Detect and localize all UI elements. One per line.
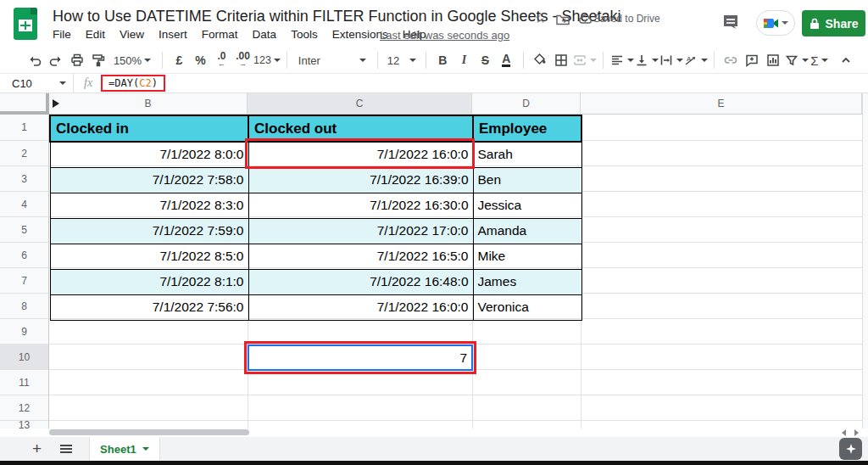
create-filter-button[interactable] xyxy=(784,49,809,71)
vertical-align-button[interactable] xyxy=(634,49,659,71)
cell-B8[interactable]: 7/1/2022 7:56:0 xyxy=(50,294,248,320)
italic-button[interactable]: I xyxy=(453,49,475,71)
column-header-C[interactable]: C xyxy=(248,93,472,115)
menu-tools[interactable]: Tools xyxy=(291,28,318,41)
cell-D2[interactable]: Sarah xyxy=(473,142,581,167)
star-icon[interactable]: ☆ xyxy=(534,9,547,27)
cell-B4[interactable]: 7/1/2022 8:3:0 xyxy=(50,193,248,218)
select-all-corner[interactable] xyxy=(0,93,49,115)
show-all-comments-icon[interactable] xyxy=(721,13,740,31)
merge-cells-button[interactable] xyxy=(572,49,597,71)
column-header-B[interactable]: B xyxy=(49,93,248,115)
paint-format-button[interactable] xyxy=(87,49,108,71)
add-sheet-button[interactable]: + xyxy=(32,441,42,457)
text-wrap-button[interactable] xyxy=(659,49,683,71)
cell-C4[interactable]: 7/1/2022 16:30:0 xyxy=(248,193,473,218)
decrease-decimal-button[interactable]: .0← xyxy=(211,49,232,71)
row-header-4[interactable]: 4 xyxy=(0,192,49,217)
cell-D4[interactable]: Jessica xyxy=(473,193,581,218)
cell-B5[interactable]: 7/1/2022 7:59:0 xyxy=(50,218,248,244)
text-color-button[interactable]: A xyxy=(496,49,517,71)
fill-color-button[interactable] xyxy=(530,49,551,71)
row-header-12[interactable]: 12 xyxy=(0,395,49,421)
row-header-11[interactable]: 11 xyxy=(0,370,49,395)
menu-format[interactable]: Format xyxy=(202,28,238,41)
explore-button[interactable] xyxy=(839,438,862,460)
move-to-folder-icon[interactable] xyxy=(555,12,570,27)
hidden-column-expand-icon[interactable] xyxy=(53,99,59,108)
cell-C1[interactable]: Clocked out xyxy=(248,115,473,142)
row-header-9[interactable]: 9 xyxy=(0,319,49,345)
row-header-1[interactable]: 1 xyxy=(0,115,49,141)
hide-toolbar-button[interactable] xyxy=(835,49,856,71)
bold-button[interactable]: B xyxy=(432,49,453,71)
horizontal-scrollbar[interactable] xyxy=(0,429,868,437)
increase-decimal-button[interactable]: .00→ xyxy=(232,49,253,71)
cell-B3[interactable]: 7/1/2022 7:58:0 xyxy=(50,167,248,193)
row-header-7[interactable]: 7 xyxy=(0,268,49,294)
cell-B7[interactable]: 7/1/2022 8:1:0 xyxy=(50,269,248,294)
font-size-select[interactable]: 12 xyxy=(384,49,420,71)
font-select[interactable]: Inter xyxy=(293,49,371,71)
menu-insert[interactable]: Insert xyxy=(159,28,187,41)
undo-button[interactable] xyxy=(24,49,45,71)
row-header-2[interactable]: 2 xyxy=(0,141,49,166)
insert-link-button[interactable] xyxy=(721,49,742,71)
borders-button[interactable] xyxy=(551,49,572,71)
cell-D1[interactable]: Employee xyxy=(473,115,581,142)
sheet-tab-caret[interactable] xyxy=(142,447,149,451)
text-rotation-button[interactable]: A xyxy=(683,49,708,71)
format-currency-button[interactable]: £ xyxy=(169,49,190,71)
cell-C5[interactable]: 7/1/2022 17:0:0 xyxy=(248,218,473,244)
sheet-tab-sheet1[interactable]: Sheet1 xyxy=(89,437,160,461)
zoom-select[interactable]: 150% xyxy=(108,49,156,71)
cell-B6[interactable]: 7/1/2022 8:5:0 xyxy=(50,244,248,269)
cell-C6[interactable]: 7/1/2022 16:5:0 xyxy=(248,244,473,269)
row-header-5[interactable]: 5 xyxy=(0,217,49,243)
cell-C7[interactable]: 7/1/2022 16:48:0 xyxy=(248,269,473,294)
google-sheets-logo-icon[interactable] xyxy=(14,8,37,40)
last-edit-link[interactable]: Last edit was seconds ago xyxy=(380,29,509,42)
column-header-E[interactable]: E xyxy=(581,93,862,115)
horizontal-scrollbar-thumb[interactable] xyxy=(49,429,249,435)
meet-button[interactable] xyxy=(756,10,795,36)
strikethrough-button[interactable]: S xyxy=(475,49,496,71)
column-header-D[interactable]: D xyxy=(472,93,581,115)
row-header-13[interactable]: 13 xyxy=(0,421,49,429)
row-header-10[interactable]: 10 xyxy=(0,345,49,370)
insert-comment-button[interactable] xyxy=(742,49,763,71)
formula-annotation-box[interactable]: =DAY(C2) xyxy=(101,75,165,92)
cell-D3[interactable]: Ben xyxy=(473,167,581,193)
cell-D6[interactable]: Mike xyxy=(473,244,581,269)
horizontal-align-button[interactable] xyxy=(609,49,634,71)
menu-file[interactable]: File xyxy=(53,28,71,41)
name-box-caret[interactable] xyxy=(59,81,66,85)
vertical-scrollbar-gutter[interactable] xyxy=(862,93,868,429)
row-header-6[interactable]: 6 xyxy=(0,243,49,268)
cell-C8[interactable]: 7/1/2022 16:0:0 xyxy=(248,294,473,320)
print-button[interactable] xyxy=(66,49,87,71)
name-box[interactable]: C10 xyxy=(0,77,73,90)
cell-D5[interactable]: Amanda xyxy=(473,218,581,244)
menu-view[interactable]: View xyxy=(120,28,144,41)
redo-button[interactable] xyxy=(45,49,66,71)
all-sheets-menu-icon[interactable] xyxy=(60,445,72,453)
functions-button[interactable]: Σ xyxy=(809,49,830,71)
cell-D8[interactable]: Veronica xyxy=(473,294,581,320)
cell-C3[interactable]: 7/1/2022 16:39:0 xyxy=(248,167,473,193)
cell-D7[interactable]: James xyxy=(473,269,581,294)
scroll-right-icon[interactable] xyxy=(854,429,859,436)
row-header-3[interactable]: 3 xyxy=(0,166,49,192)
share-button[interactable]: Share xyxy=(802,10,865,36)
active-cell-C10[interactable]: 7 xyxy=(248,345,473,371)
cell-B1[interactable]: Clocked in xyxy=(50,115,248,142)
meet-dropdown-caret[interactable] xyxy=(782,21,788,25)
menu-data[interactable]: Data xyxy=(253,28,277,41)
row-header-8[interactable]: 8 xyxy=(0,294,49,319)
cell-C2[interactable]: 7/1/2022 16:0:0 xyxy=(248,142,473,167)
format-percent-button[interactable]: % xyxy=(190,49,211,71)
insert-chart-button[interactable] xyxy=(763,49,784,71)
more-formats-button[interactable]: 123 xyxy=(253,49,281,71)
cell-B2[interactable]: 7/1/2022 8:0:0 xyxy=(50,142,248,167)
menu-edit[interactable]: Edit xyxy=(86,28,105,41)
